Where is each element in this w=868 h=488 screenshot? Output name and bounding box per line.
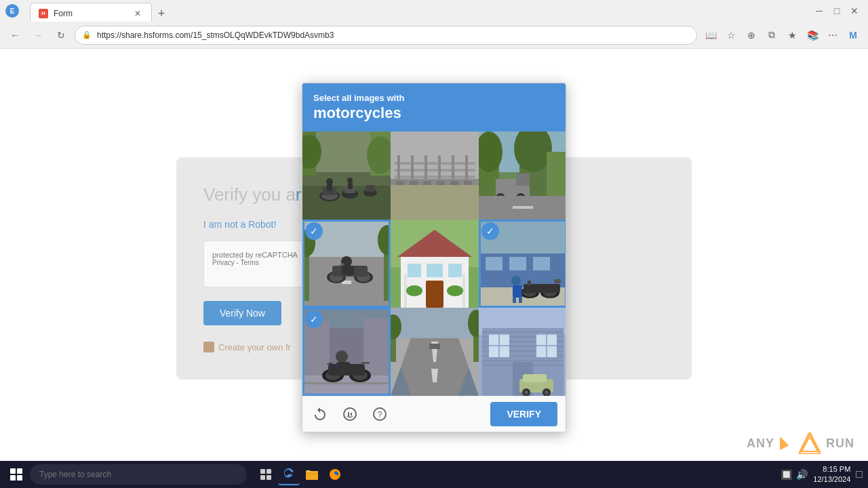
hsforms-icon (203, 342, 214, 352)
svg-point-80 (447, 285, 463, 296)
svg-rect-102 (330, 328, 363, 375)
browser-toolbar-buttons: 📖 ☆ ⊕ ⧉ ★ 📚 ⋯ M (701, 26, 863, 45)
captcha-cell-4[interactable]: ✓ (302, 220, 391, 308)
terms-link[interactable]: Terms (241, 259, 259, 266)
captcha-cell-9[interactable] (479, 308, 566, 396)
new-tab-button[interactable]: + (152, 4, 171, 23)
svg-rect-73 (408, 264, 421, 277)
split-screen-button[interactable]: ⧉ (762, 26, 781, 45)
svg-point-104 (322, 369, 344, 382)
captcha-cell-5[interactable] (391, 220, 479, 308)
svg-rect-84 (486, 257, 502, 270)
svg-rect-114 (302, 382, 391, 384)
svg-rect-30 (410, 181, 418, 185)
read-aloud-button[interactable]: 📖 (701, 26, 720, 45)
selected-check-7: ✓ (305, 310, 323, 328)
svg-point-68 (378, 225, 391, 255)
svg-point-12 (347, 178, 353, 183)
taskbar: 🔲 🔊 8:15 PM 12/13/2024 □ (0, 461, 868, 488)
task-view-button[interactable] (255, 464, 277, 485)
verify-now-button[interactable]: Verify Now (203, 301, 281, 325)
minimize-button[interactable]: ─ (811, 3, 827, 19)
svg-rect-55 (342, 270, 351, 274)
svg-rect-28 (465, 155, 468, 182)
refresh-captcha-button[interactable] (311, 405, 330, 424)
svg-rect-93 (528, 281, 531, 286)
copilot-button[interactable]: M (844, 26, 863, 45)
svg-rect-11 (327, 184, 332, 191)
system-tray: 🔲 🔊 8:15 PM 12/13/2024 □ (781, 464, 863, 485)
svg-rect-108 (328, 364, 365, 375)
ssl-lock-icon: 🔒 (82, 30, 92, 39)
svg-rect-23 (397, 155, 400, 182)
edge-browser-taskbar-icon[interactable] (278, 464, 300, 485)
svg-rect-74 (448, 264, 462, 277)
captcha-verify-button[interactable]: VERIFY (490, 402, 557, 426)
tab-close-button[interactable]: ✕ (132, 8, 143, 19)
window-avatar: E (5, 4, 19, 18)
captcha-instruction: Select all images with (313, 93, 555, 103)
restore-button[interactable]: □ (829, 3, 845, 19)
notification-icon: □ (856, 468, 863, 481)
volume-tray-icon: 🔊 (796, 469, 808, 480)
favorites-list-button[interactable]: ★ (783, 26, 802, 45)
svg-rect-136 (482, 360, 564, 361)
svg-rect-9 (366, 185, 375, 192)
svg-rect-65 (302, 240, 309, 301)
title-bar: E H Form ✕ + ─ □ ✕ (0, 0, 868, 22)
file-explorer-taskbar-icon[interactable] (301, 464, 323, 485)
svg-rect-29 (396, 181, 404, 185)
favorites-button[interactable]: ☆ (722, 26, 741, 45)
start-button[interactable] (5, 464, 27, 485)
svg-rect-63 (342, 266, 354, 275)
forward-button[interactable]: → (28, 26, 47, 45)
captcha-modal: Select all images with motorcycles (302, 83, 566, 432)
svg-rect-21 (394, 169, 475, 171)
clock-time: 8:15 PM (813, 464, 850, 474)
svg-point-60 (357, 272, 370, 282)
back-button[interactable]: ← (5, 26, 24, 45)
active-tab[interactable]: H Form ✕ (30, 3, 152, 23)
svg-rect-50 (513, 206, 533, 209)
recaptcha-label: protected by reCAPTCHA Privacy - Terms (212, 251, 298, 277)
svg-rect-22 (394, 176, 475, 178)
svg-point-62 (341, 256, 352, 267)
captcha-cell-7[interactable]: ✓ (302, 308, 391, 396)
svg-rect-94 (554, 279, 561, 283)
refresh-button[interactable]: ↻ (52, 26, 71, 45)
svg-rect-100 (302, 355, 391, 396)
captcha-image-grid: ✓ (302, 131, 566, 396)
browser-settings-button[interactable]: ⋯ (823, 26, 842, 45)
close-button[interactable]: ✕ (846, 3, 863, 19)
svg-rect-103 (363, 318, 391, 375)
svg-point-91 (543, 289, 557, 297)
captcha-footer: ? VERIFY (302, 396, 566, 432)
captcha-cell-8[interactable] (391, 308, 479, 396)
svg-rect-130 (482, 331, 564, 333)
svg-rect-32 (437, 181, 445, 185)
svg-rect-61 (332, 266, 368, 277)
taskbar-search-input[interactable] (30, 464, 247, 485)
svg-text:?: ? (378, 410, 382, 420)
svg-point-153 (344, 408, 356, 420)
svg-point-58 (330, 272, 343, 282)
svg-point-95 (511, 276, 521, 285)
audio-captcha-button[interactable] (340, 405, 359, 424)
captcha-target-word: motorcycles (313, 104, 555, 122)
svg-rect-53 (302, 257, 391, 308)
anyrun-logo: ANY RUN (747, 432, 854, 454)
captcha-cell-3[interactable] (479, 131, 566, 220)
privacy-link[interactable]: Privacy (212, 259, 235, 266)
firefox-taskbar-icon[interactable] (324, 464, 346, 485)
browser-extensions-button[interactable]: ⊕ (742, 26, 761, 45)
help-captcha-button[interactable]: ? (370, 405, 389, 424)
anyrun-play-icon (780, 436, 793, 450)
captcha-header: Select all images with motorcycles (302, 83, 566, 131)
collections-button[interactable]: 📚 (803, 26, 822, 45)
svg-point-89 (523, 289, 536, 297)
address-bar[interactable]: 🔒 https://share.hsforms.com/15_stmsOLQqW… (75, 26, 697, 45)
captcha-cell-6[interactable]: ✓ (479, 220, 566, 308)
captcha-cell-2[interactable] (391, 131, 479, 220)
captcha-cell-1[interactable] (302, 131, 391, 220)
svg-rect-160 (260, 475, 265, 480)
